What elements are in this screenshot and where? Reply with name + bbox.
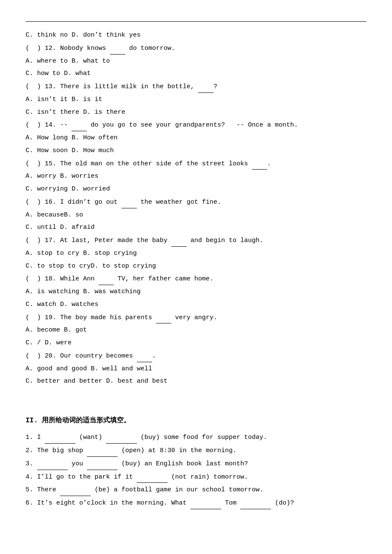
q14-cd: C. How soon D. How much [26, 145, 366, 157]
q20-cd: C. better and better D. best and best [26, 375, 366, 387]
text-line1: C. think no D. don’t think yes [26, 32, 141, 39]
fill4: 4. I’ll go to the park if it (not rain) … [26, 471, 366, 483]
q16-ab: A. becauseB. so [26, 209, 366, 221]
q20-ab: A. good and good B. well and well [26, 363, 366, 375]
section2-gap [26, 400, 366, 412]
q13-cd: C. isn’t there D. is there [26, 107, 366, 118]
q19-text: ( ) 19. The boy made his parents very an… [26, 314, 217, 321]
q14-line: ( ) 14. -- do you go to see your grandpa… [26, 119, 366, 131]
q18-cd: C. watch D. watches [26, 299, 366, 311]
q17-text: ( ) 17. At last, Peter made the baby and… [26, 237, 263, 244]
q16-cd: C. until D. afraid [26, 222, 366, 234]
q17-line: ( ) 17. At last, Peter made the baby and… [26, 234, 366, 247]
section2-header: II. 用所给动词的适当形式填空。 [26, 415, 366, 427]
q14-ab: A. How long B. How often [26, 132, 366, 144]
q19-cd: C. / D. were [26, 337, 366, 349]
line-c-think: C. think no D. don’t think yes [26, 29, 366, 41]
q13-text: ( ) 13. There is little milk in the bott… [26, 83, 217, 90]
fill6: 6. It’s eight o’clock in the morning. Wh… [26, 497, 366, 509]
q12-text: ( ) 12. Nobody knows do tomorrow. [26, 45, 175, 52]
q17-cd: C. to stop to cryD. to stop crying [26, 260, 366, 272]
q13-line: ( ) 13. There is little milk in the bott… [26, 81, 366, 93]
fill1: 1. I (want) (buy) some food for supper t… [26, 431, 366, 444]
q18-text: ( ) 18. While Ann TV, her father came ho… [26, 275, 213, 283]
top-divider [26, 21, 366, 22]
fill2: 2. The big shop (open) at 8:30 in the mo… [26, 444, 366, 457]
q12-ab: A. where to B. what to [26, 55, 366, 67]
q15-line: ( ) 15. The old man on the other side of… [26, 158, 366, 170]
fill3: 3. you (buy) an English book last month? [26, 458, 366, 470]
q12-cd: C. how to D. what [26, 68, 366, 80]
q15-ab: A. worry B. worries [26, 170, 366, 182]
q15-text: ( ) 15. The old man on the other side of… [26, 160, 271, 167]
q17-ab: A. stop to cry B. stop crying [26, 248, 366, 260]
fill5: 5. There (be) a football game in our sch… [26, 484, 366, 496]
q14-text: ( ) 14. -- do you go to see your grandpa… [26, 121, 298, 129]
q19-ab: A. become B. got [26, 324, 366, 336]
q16-text: ( ) 16. I didn’t go out the weather got … [26, 199, 221, 206]
q15-cd: C. worrying D. worried [26, 183, 366, 195]
q13-ab: A. isn’t it B. is it [26, 94, 366, 106]
q18-line: ( ) 18. While Ann TV, her father came ho… [26, 273, 366, 285]
q20-text: ( ) 20. Our country becomes . [26, 352, 156, 360]
content-area: C. think no D. don’t think yes ( ) 12. N… [26, 29, 366, 509]
q18-ab: A. is watching B. was watching [26, 286, 366, 298]
q19-line: ( ) 19. The boy made his parents very an… [26, 312, 366, 324]
q12-line: ( ) 12. Nobody knows do tomorrow. [26, 42, 366, 55]
q16-line: ( ) 16. I didn’t go out the weather got … [26, 196, 366, 208]
q20-line: ( ) 20. Our country becomes . [26, 350, 366, 362]
